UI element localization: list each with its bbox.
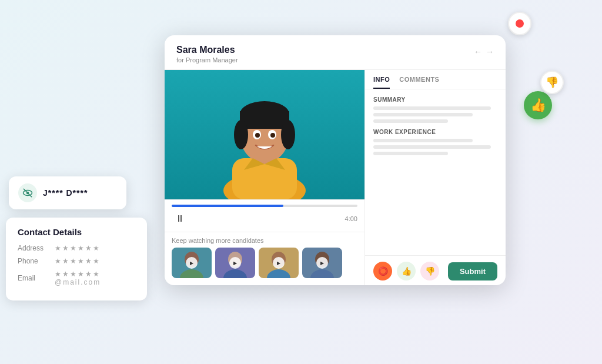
thumb-play-1: ▶ bbox=[186, 257, 198, 269]
tab-comments[interactable]: COMMENTS bbox=[399, 76, 439, 89]
summary-line-3 bbox=[373, 119, 448, 123]
rating-orange-button[interactable]: ⭕ bbox=[373, 262, 392, 280]
record-button[interactable] bbox=[508, 12, 531, 35]
svg-rect-1 bbox=[232, 158, 297, 199]
work-line-2 bbox=[373, 145, 491, 149]
more-candidates-label: Keep watching more candidates bbox=[165, 232, 364, 248]
window-header: Sara Morales for Program Manager ← → bbox=[165, 35, 506, 70]
tab-info[interactable]: INFO bbox=[373, 76, 390, 89]
summary-line-2 bbox=[373, 113, 473, 116]
scene: 👍 👎 Sara Morales for Program Manager ← → bbox=[0, 0, 602, 364]
info-panel: INFO COMMENTS SUMMARY WORK EXPERIENCE ⭕ … bbox=[364, 70, 506, 285]
float-thumbs-down-icon[interactable]: 👎 bbox=[540, 71, 564, 94]
summary-title: SUMMARY bbox=[373, 96, 497, 103]
video-area[interactable] bbox=[165, 70, 364, 199]
contact-title: Contact Details bbox=[18, 227, 135, 237]
contact-address-row: Address ★★★★★★ bbox=[18, 244, 135, 252]
nav-arrows: ← → bbox=[474, 47, 494, 56]
phone-label: Phone bbox=[18, 257, 50, 265]
address-value: ★★★★★★ bbox=[55, 244, 101, 252]
thumb-play-2: ▶ bbox=[229, 257, 241, 269]
address-label: Address bbox=[18, 244, 50, 252]
work-experience-title: WORK EXPERIENCE bbox=[373, 129, 497, 135]
info-content: SUMMARY WORK EXPERIENCE bbox=[365, 89, 506, 255]
info-tabs: INFO COMMENTS bbox=[365, 70, 506, 89]
progress-bar-container[interactable] bbox=[172, 205, 357, 207]
contact-email-row: Email ★★★★★★ @mail.com bbox=[18, 270, 135, 286]
summary-line-1 bbox=[373, 106, 491, 110]
phone-value: ★★★★★★ bbox=[55, 257, 101, 265]
contact-card: Contact Details Address ★★★★★★ Phone ★★★… bbox=[6, 218, 147, 300]
svg-rect-5 bbox=[240, 111, 289, 129]
candidate-illustration bbox=[206, 76, 323, 199]
rating-thumbup-button[interactable]: 👍 bbox=[397, 262, 416, 280]
controls-row: ⏸ 4:00 bbox=[172, 211, 357, 227]
email-value: ★★★★★★ @mail.com bbox=[55, 270, 135, 286]
progress-bar-fill bbox=[172, 205, 283, 207]
svg-point-10 bbox=[255, 133, 260, 138]
main-window: Sara Morales for Program Manager ← → bbox=[165, 35, 506, 285]
email-label: Email bbox=[18, 274, 50, 282]
rating-row: ⭕ 👍 👎 Submit bbox=[365, 255, 506, 285]
candidate-thumbnails: ▶ ▶ bbox=[165, 248, 364, 285]
work-line-1 bbox=[373, 139, 473, 142]
candidate-thumb-4[interactable]: ▶ bbox=[302, 248, 342, 278]
identity-card: J**** D**** bbox=[9, 176, 126, 209]
candidate-thumb-3[interactable]: ▶ bbox=[259, 248, 299, 278]
video-panel: ⏸ 4:00 Keep watching more candidates ▶ bbox=[165, 70, 364, 285]
svg-point-11 bbox=[270, 133, 275, 138]
submit-button[interactable]: Submit bbox=[448, 262, 497, 280]
eye-icon bbox=[22, 188, 33, 198]
video-time: 4:00 bbox=[345, 215, 357, 222]
float-thumbs-up-icon[interactable]: 👍 bbox=[524, 91, 552, 119]
rating-thumbdown-button[interactable]: 👎 bbox=[420, 262, 439, 280]
svg-point-7 bbox=[281, 120, 295, 149]
svg-point-6 bbox=[234, 120, 248, 149]
candidate-thumb-1[interactable]: ▶ bbox=[172, 248, 212, 278]
play-pause-button[interactable]: ⏸ bbox=[172, 211, 188, 227]
candidate-name: Sara Morales bbox=[176, 45, 238, 55]
record-dot bbox=[516, 19, 524, 28]
work-line-3 bbox=[373, 152, 448, 155]
video-controls: ⏸ 4:00 bbox=[165, 199, 364, 232]
nav-next-button[interactable]: → bbox=[486, 47, 494, 56]
nav-prev-button[interactable]: ← bbox=[474, 47, 482, 56]
candidate-thumb-2[interactable]: ▶ bbox=[215, 248, 255, 278]
thumb-play-4: ▶ bbox=[316, 257, 328, 269]
window-body: ⏸ 4:00 Keep watching more candidates ▶ bbox=[165, 70, 506, 285]
identity-icon bbox=[18, 183, 37, 202]
candidate-role: for Program Manager bbox=[176, 56, 238, 64]
contact-phone-row: Phone ★★★★★★ bbox=[18, 257, 135, 265]
identity-name: J**** D**** bbox=[43, 188, 88, 198]
thumb-play-3: ▶ bbox=[273, 257, 285, 269]
